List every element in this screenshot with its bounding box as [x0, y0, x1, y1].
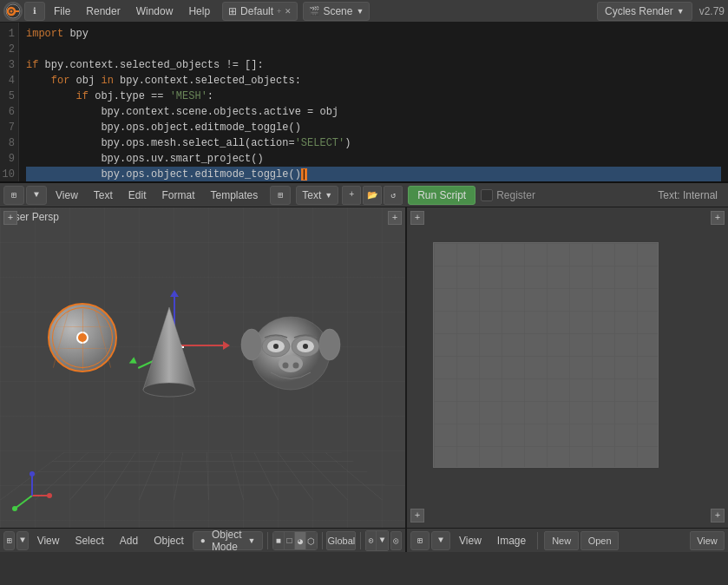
shade-rendered-btn[interactable]: ◕ — [295, 532, 306, 550]
uv-expand-tr[interactable]: + — [711, 211, 725, 225]
uv-view-btn[interactable]: View — [690, 531, 725, 550]
global-local-btn[interactable]: Global — [326, 531, 356, 550]
floor-grid — [0, 452, 405, 500]
uv-editor: + + + + ⊞ ▼ View Image New Open View — [407, 207, 728, 552]
text-file-group: ⊞ — [270, 186, 291, 205]
code-content[interactable]: import bpy if bpy.context.selected_objec… — [19, 23, 728, 181]
viewport-menu-view[interactable]: View — [30, 530, 67, 551]
scene-selector[interactable]: 🎬 Scene ▼ — [303, 2, 370, 21]
text-editor-icon-btn[interactable]: ⊞ — [3, 186, 24, 205]
viewport-menu-add[interactable]: Add — [113, 530, 145, 551]
scene-icon: 🎬 — [309, 6, 319, 16]
viewport-shading-buttons: ■ □ ◕ ⬡ — [272, 531, 318, 550]
code-line-2 — [26, 42, 721, 57]
svg-line-18 — [15, 496, 32, 509]
text-open-btn[interactable]: 📂 — [363, 186, 382, 205]
workspace-label: Default — [240, 5, 273, 17]
uv-bottom-type[interactable]: ▼ — [431, 531, 450, 550]
line-numbers: 1 2 3 4 5 6 7 8 9 10 — [0, 23, 19, 181]
blender-version: v2.79 — [699, 5, 725, 17]
uv-expand-tl[interactable]: + — [410, 211, 424, 225]
text-internal-label: Text: Internal — [658, 189, 725, 201]
text-editor-toolbar: ⊞ ▼ View Text Edit Format Templates ⊞ Te… — [0, 183, 728, 207]
run-script-button[interactable]: Run Script — [408, 186, 475, 205]
text-menu-templates[interactable]: Templates — [204, 185, 266, 206]
shade-textured-btn[interactable]: ⬡ — [306, 532, 317, 550]
uv-menu-view[interactable]: View — [452, 530, 489, 551]
object-monkey[interactable] — [234, 294, 338, 398]
svg-point-2 — [10, 10, 13, 12]
uv-expand-bl[interactable]: + — [410, 509, 424, 523]
viewport-menu-select[interactable]: Select — [68, 530, 110, 551]
snap-btn[interactable]: ⊙ — [366, 531, 377, 550]
svg-point-15 — [279, 355, 303, 372]
workspace-selector[interactable]: ⊞ Default + ✕ — [222, 2, 298, 21]
register-label: Register — [496, 189, 535, 201]
uv-grid-inner — [434, 243, 658, 467]
text-file-selector[interactable]: Text ▼ — [296, 186, 338, 205]
uv-bottom-icon[interactable]: ⊞ — [410, 531, 430, 550]
toolbar-separator-1 — [267, 532, 268, 549]
toolbar-separator-3 — [360, 532, 361, 549]
svg-point-16 — [283, 363, 289, 369]
code-line-1: import bpy — [26, 26, 721, 42]
viewport-3d[interactable]: + + User Persp — [0, 207, 407, 552]
code-line-9: bpy.ops.uv.smart_project() — [26, 151, 721, 167]
code-line-7: bpy.ops.object.editmode_toggle() — [26, 120, 721, 135]
svg-point-8 — [319, 329, 340, 360]
axis-widget — [10, 465, 54, 513]
svg-point-19 — [12, 506, 17, 511]
svg-point-5 — [143, 383, 195, 397]
object-sphere[interactable] — [48, 303, 126, 381]
viewport-bottom-type[interactable]: ▼ — [16, 531, 28, 550]
text-menu-format[interactable]: Format — [155, 185, 202, 206]
viewport-expand-tr[interactable]: + — [388, 211, 402, 225]
menu-help[interactable]: Help — [181, 2, 217, 21]
viewport-menu-object[interactable]: Object — [147, 530, 191, 551]
uv-expand-br[interactable]: + — [711, 509, 725, 523]
text-editor-type-btn[interactable]: ▼ — [26, 186, 47, 205]
object-cone[interactable] — [139, 303, 200, 390]
shade-solid-btn[interactable]: ■ — [273, 532, 285, 550]
text-menu-view[interactable]: View — [49, 185, 85, 206]
menu-file[interactable]: File — [47, 2, 77, 21]
proportional-edit-btn[interactable]: ◎ — [390, 531, 402, 550]
text-menu-edit[interactable]: Edit — [121, 185, 154, 206]
snap-type-btn[interactable]: ▼ — [377, 531, 387, 550]
shade-wire-btn[interactable]: □ — [285, 532, 296, 550]
top-menu-bar: ℹ File Render Window Help ⊞ Default + ✕ … — [0, 0, 728, 23]
code-line-8: bpy.ops.mesh.select_all(action='SELECT') — [26, 135, 721, 151]
viewport-3d-bottom-toolbar: ⊞ ▼ View Select Add Object ● Object Mode… — [0, 528, 405, 552]
text-file-name: Text — [302, 189, 321, 201]
menu-render[interactable]: Render — [79, 2, 127, 21]
uv-menu-image[interactable]: Image — [490, 530, 533, 551]
render-engine-selector[interactable]: Cycles Render ▼ — [597, 2, 692, 21]
uv-grid-area — [433, 242, 659, 468]
svg-point-23 — [30, 471, 35, 477]
viewport-bottom-icon[interactable]: ⊞ — [3, 531, 15, 550]
workspace-icon: ⊞ — [228, 5, 237, 17]
register-area: Register — [481, 189, 535, 201]
menu-window[interactable]: Window — [129, 2, 180, 21]
info-icon-btn[interactable]: ℹ — [24, 2, 45, 21]
render-engine-label: Cycles Render — [605, 5, 673, 17]
object-mode-selector[interactable]: ● Object Mode ▼ — [193, 531, 264, 550]
code-line-3: if bpy.context.selected_objects != []: — [26, 57, 721, 73]
svg-point-13 — [273, 344, 279, 349]
uv-bottom-toolbar: ⊞ ▼ View Image New Open View — [407, 528, 728, 552]
code-line-10: bpy.ops.object.editmode_toggle()| — [26, 167, 721, 181]
code-line-6: bpy.context.scene.objects.active = obj — [26, 104, 721, 120]
register-checkbox[interactable] — [481, 189, 493, 201]
text-reload-btn[interactable]: ↺ — [384, 186, 403, 205]
viewport-expand-tl[interactable]: + — [3, 211, 17, 225]
svg-point-21 — [47, 493, 52, 498]
uv-open-btn[interactable]: Open — [580, 531, 619, 550]
text-menu-text[interactable]: Text — [87, 185, 120, 206]
blender-logo — [3, 2, 23, 21]
snap-group: ⊙ ▼ — [365, 530, 389, 551]
svg-point-14 — [303, 344, 308, 349]
text-file-icon[interactable]: ⊞ — [270, 186, 291, 205]
text-new-btn[interactable]: + — [342, 186, 361, 205]
scene-label: Scene — [323, 5, 352, 17]
uv-new-btn[interactable]: New — [544, 531, 579, 550]
